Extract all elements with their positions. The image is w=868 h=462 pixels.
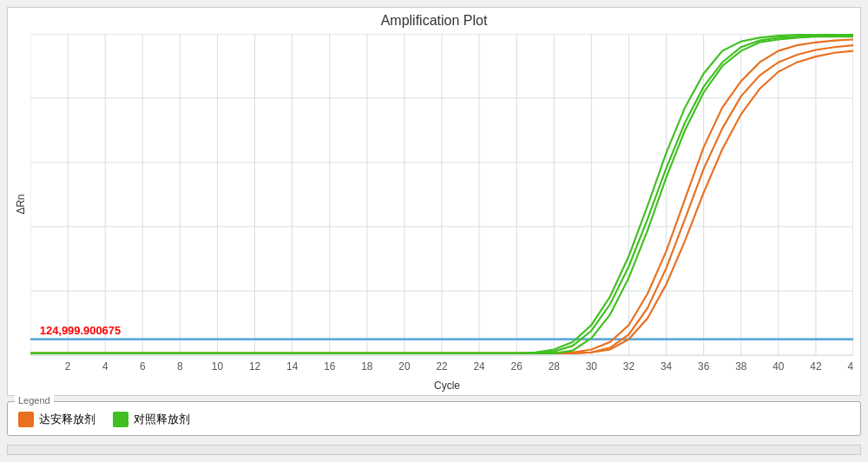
legend-title: Legend [15, 395, 54, 406]
svg-text:24: 24 [473, 360, 485, 373]
main-container: Amplification Plot ΔRn [0, 0, 868, 462]
legend-box: Legend 达安释放剂 对照释放剂 [7, 401, 861, 436]
svg-text:2: 2 [65, 360, 71, 373]
bottom-bar [7, 445, 861, 455]
svg-text:16: 16 [324, 360, 336, 373]
svg-text:4: 4 [102, 360, 108, 373]
svg-text:28: 28 [549, 360, 561, 373]
svg-text:44: 44 [847, 360, 853, 373]
legend-color-0 [18, 412, 34, 427]
svg-text:14: 14 [286, 360, 299, 373]
chart-inner: ΔRn [8, 30, 860, 378]
svg-text:124,999.900675: 124,999.900675 [40, 324, 121, 337]
chart-area: Amplification Plot ΔRn [7, 7, 861, 396]
svg-text:6: 6 [140, 360, 146, 373]
svg-text:8: 8 [177, 360, 183, 373]
x-axis-label: Cycle [34, 378, 860, 395]
svg-text:22: 22 [436, 360, 448, 373]
svg-text:34: 34 [661, 360, 673, 373]
svg-text:18: 18 [361, 360, 373, 373]
legend-item-1: 对照释放剂 [113, 412, 190, 427]
svg-text:20: 20 [398, 360, 411, 373]
legend-items: 达安释放剂 对照释放剂 [15, 406, 853, 432]
svg-text:10: 10 [212, 360, 224, 373]
legend-item-0: 达安释放剂 [18, 412, 95, 427]
legend-label-1: 对照释放剂 [134, 412, 190, 427]
legend-label-0: 达安释放剂 [39, 412, 95, 427]
svg-text:26: 26 [511, 360, 523, 373]
svg-text:36: 36 [698, 360, 710, 373]
y-axis-label: ΔRn [11, 30, 30, 378]
svg-text:12: 12 [249, 360, 261, 373]
svg-text:32: 32 [623, 360, 635, 373]
svg-text:38: 38 [735, 360, 747, 373]
legend-color-1 [113, 412, 128, 427]
svg-text:40: 40 [773, 360, 785, 373]
svg-text:30: 30 [586, 360, 598, 373]
chart-svg: 2,500,000 2,000,000 1,500,000 1,000,000 … [30, 34, 853, 374]
chart-plot-area: 2,500,000 2,000,000 1,500,000 1,000,000 … [30, 34, 853, 374]
svg-text:42: 42 [810, 360, 822, 373]
chart-title: Amplification Plot [8, 8, 860, 30]
